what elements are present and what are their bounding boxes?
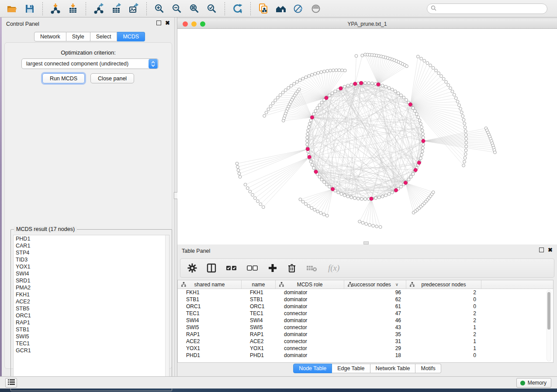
tab-network-table[interactable]: Network Table (370, 364, 416, 373)
graph-hub-node[interactable] (417, 161, 421, 165)
graph-hub-node[interactable] (394, 189, 398, 192)
graph-node[interactable] (312, 166, 315, 169)
graph-node[interactable] (335, 69, 338, 72)
graph-node[interactable] (365, 223, 368, 226)
graph-node[interactable] (301, 77, 304, 80)
graph-node[interactable] (358, 220, 361, 223)
graph-node[interactable] (413, 110, 416, 113)
mcds-result-item[interactable]: FKH1 (14, 291, 169, 298)
table-row[interactable]: PHD1PHD1dominator180 (178, 352, 553, 359)
graph-node[interactable] (323, 70, 326, 73)
graph-hub-node[interactable] (310, 116, 314, 119)
graph-node[interactable] (301, 200, 304, 203)
graph-node[interactable] (279, 93, 282, 96)
graph-node[interactable] (355, 55, 358, 58)
mcds-result-item[interactable]: ORC1 (14, 312, 169, 319)
graph-node[interactable] (402, 96, 405, 99)
graph-node[interactable] (341, 69, 344, 72)
graph-node[interactable] (313, 208, 316, 211)
graph-node[interactable] (308, 126, 311, 129)
mcds-result-item[interactable]: STP4 (14, 249, 169, 256)
graph-node[interactable] (311, 73, 314, 76)
graph-node[interactable] (394, 90, 397, 93)
graph-node[interactable] (400, 185, 403, 188)
graph-node[interactable] (409, 175, 412, 179)
table-row[interactable]: FKH1FKH1dominator962 (178, 289, 553, 296)
zoom-out-icon[interactable] (170, 2, 184, 16)
mcds-result-item[interactable]: PHD1 (14, 235, 169, 242)
graph-node[interactable] (420, 57, 423, 60)
graph-node[interactable] (464, 149, 467, 152)
table-scrollbar-thumb[interactable] (547, 292, 550, 330)
save-session-icon[interactable] (22, 2, 37, 16)
graph-node[interactable] (464, 153, 467, 156)
graph-node[interactable] (293, 83, 296, 86)
graph-node[interactable] (263, 114, 266, 117)
graph-node[interactable] (440, 75, 443, 78)
graph-node[interactable] (318, 104, 321, 107)
graph-node[interactable] (284, 89, 287, 92)
table-row[interactable]: SWI5SWI5connector431 (178, 324, 553, 331)
graph-node[interactable] (269, 105, 272, 108)
graph-node[interactable] (422, 133, 425, 136)
export-image-icon[interactable] (126, 2, 141, 16)
tab-motifs[interactable]: Motifs (415, 364, 441, 373)
mcds-result-item[interactable]: GCR1 (14, 347, 169, 354)
graph-node[interactable] (416, 55, 419, 58)
graph-node[interactable] (251, 193, 254, 196)
graph-node[interactable] (314, 72, 317, 76)
graph-node[interactable] (320, 101, 323, 104)
table-row[interactable]: STB1STB1dominator620 (178, 296, 553, 303)
graph-node[interactable] (384, 194, 387, 197)
table-row[interactable]: ORC1ORC1dominator610 (178, 303, 553, 310)
add-column-icon[interactable] (268, 263, 277, 273)
search-input[interactable] (437, 4, 547, 13)
graph-node[interactable] (343, 194, 346, 197)
import-table-icon[interactable] (66, 2, 80, 16)
graph-node[interactable] (308, 75, 311, 78)
graph-hub-node[interactable] (306, 147, 309, 151)
graph-node[interactable] (397, 92, 400, 95)
graph-node[interactable] (445, 80, 448, 83)
tab-network[interactable]: Network (34, 32, 66, 41)
tab-node-table[interactable]: Node Table (293, 364, 332, 373)
graph-node[interactable] (239, 175, 242, 179)
graph-hub-node[interactable] (360, 81, 363, 85)
network-window-titlebar[interactable]: YPA_prune.txt_1 (177, 19, 557, 29)
zoom-window-icon[interactable] (200, 21, 205, 27)
graph-node[interactable] (364, 198, 367, 201)
graph-node[interactable] (461, 114, 464, 117)
graph-node[interactable] (405, 65, 408, 68)
graph-hub-node[interactable] (404, 181, 407, 185)
minimize-window-icon[interactable] (191, 21, 197, 27)
graph-hub-node[interactable] (325, 96, 328, 100)
graph-node[interactable] (295, 80, 298, 83)
tab-select[interactable]: Select (90, 32, 118, 41)
graph-node[interactable] (417, 116, 420, 119)
graph-node[interactable] (290, 84, 293, 87)
graph-node[interactable] (235, 162, 239, 165)
graph-node[interactable] (463, 122, 466, 125)
graph-node[interactable] (421, 150, 424, 153)
import-network-icon[interactable] (48, 2, 63, 16)
mcds-result-item[interactable]: STB1 (14, 326, 169, 333)
graph-node[interactable] (309, 160, 312, 163)
graph-hub-node[interactable] (377, 83, 380, 86)
graph-node[interactable] (306, 143, 309, 146)
graph-node[interactable] (310, 206, 313, 210)
graph-node[interactable] (360, 197, 363, 200)
run-mcds-button[interactable]: Run MCDS (42, 73, 85, 83)
close-panel-icon[interactable]: ✖ (165, 21, 170, 25)
graph-node[interactable] (400, 94, 403, 97)
column-selector-icon[interactable] (207, 263, 216, 273)
column-header-successor-nodes[interactable]: successor nodes∨ (344, 280, 406, 289)
graph-node[interactable] (391, 88, 394, 91)
graph-node[interactable] (276, 96, 279, 99)
graph-node[interactable] (306, 140, 309, 143)
table-scrollbar[interactable] (547, 290, 551, 361)
graph-node[interactable] (387, 193, 391, 196)
graph-node[interactable] (322, 213, 325, 216)
graph-node[interactable] (267, 108, 270, 111)
graph-node[interactable] (237, 169, 240, 172)
table-row[interactable]: ACE2ACE2connector311 (178, 338, 553, 345)
